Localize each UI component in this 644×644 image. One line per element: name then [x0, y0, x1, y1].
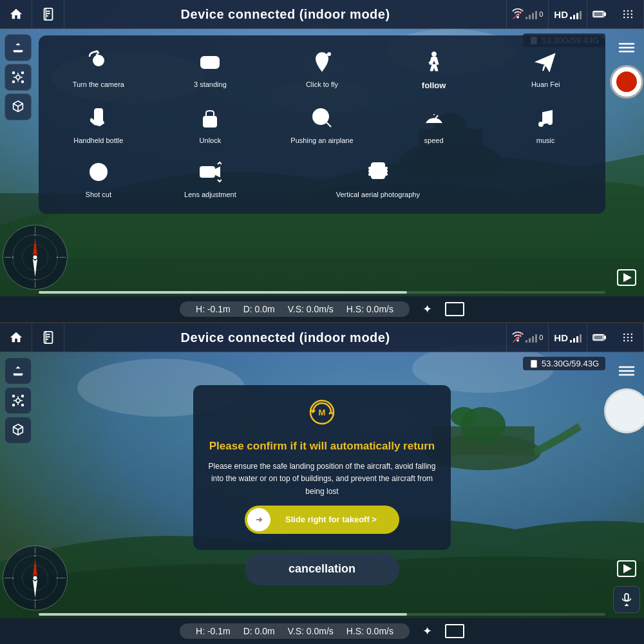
svg-point-34 [21, 72, 23, 74]
top-bar-bottom: Device connected (indoor mode) 0 HD [0, 323, 644, 352]
cube-button[interactable] [5, 93, 32, 120]
menu-button[interactable] [612, 0, 644, 29]
status-values: H: -0.1m D: 0.0m V.S: 0.0m/s H.S: 0.0m/s [180, 301, 410, 317]
slide-text: Slide right for takeoff > [270, 515, 397, 524]
play-button[interactable] [613, 264, 640, 291]
cancel-label: cancellation [289, 562, 355, 576]
flash-icon[interactable]: ✦ [422, 302, 432, 316]
svg-point-84 [548, 120, 552, 124]
height-value-bottom: H: -0.1m [196, 626, 231, 636]
frame-icon[interactable] [445, 302, 464, 316]
signal-value: 0 [539, 10, 543, 18]
menu-handheld-bottle[interactable]: Handheld bottle [45, 101, 152, 150]
menu-click-to-fly[interactable]: Click to fly [269, 45, 375, 96]
svg-rect-106 [604, 336, 605, 339]
svg-point-104 [517, 339, 518, 341]
standing-label: 3 standing [194, 80, 227, 89]
cancel-button[interactable]: cancellation [245, 553, 399, 585]
svg-point-18 [623, 10, 625, 12]
home-button-bottom[interactable] [0, 323, 32, 352]
turn-camera-label: Turn the camera [73, 80, 124, 89]
progress-bar-top [39, 291, 605, 294]
hand-bottle-icon [87, 106, 110, 133]
bottom-status-bar-top: H: -0.1m D: 0.0m V.S: 0.0m/s H.S: 0.0m/s… [0, 296, 644, 322]
frame-icon-bottom[interactable] [445, 624, 464, 638]
lens-adjustment-label: Lens adjustment [184, 191, 236, 199]
hd-status: HD [548, 0, 587, 29]
menu-follow[interactable]: follow [381, 45, 488, 96]
app-title-bottom: Device connected (indoor mode) [64, 330, 506, 345]
shot-cut-label: Shot cut [86, 191, 111, 199]
device-button-bottom[interactable] [32, 323, 64, 352]
menu-shot-cut[interactable]: Shot cut [45, 155, 152, 204]
bottom-status-bar-bottom: H: -0.1m D: 0.0m V.S: 0.0m/s H.S: 0.0m/s… [0, 618, 644, 644]
vertical-speed-value-bottom: V.S: 0.0m/s [288, 626, 334, 636]
svg-point-114 [630, 334, 632, 336]
music-note-icon [534, 106, 557, 133]
padlock-icon [198, 106, 222, 133]
menu-button-bottom[interactable] [612, 323, 644, 352]
svg-point-73 [209, 120, 212, 123]
svg-point-24 [630, 10, 632, 12]
flash-icon-bottom[interactable]: ✦ [422, 624, 432, 638]
wifi-status: 0 [506, 0, 548, 29]
svg-point-20 [623, 17, 625, 19]
menu-pushing-airplane[interactable]: Pushing an airplane [269, 101, 375, 150]
menu-huan-fei[interactable]: Huan Fei [492, 45, 599, 96]
menu-speed[interactable]: speed [381, 101, 488, 150]
menu-lens-adjustment[interactable]: Lens adjustment [157, 155, 264, 204]
signal-value-bottom: 0 [539, 334, 543, 341]
camera-rotate-icon [87, 50, 110, 77]
menu-vertical-aerial[interactable]: Vertical aerial photography [269, 155, 487, 204]
svg-rect-70 [95, 109, 102, 122]
device-button[interactable] [32, 0, 64, 29]
right-sidebar [609, 29, 644, 296]
dialog-body: Please ensure the safe landing position … [206, 460, 438, 498]
svg-point-23 [627, 17, 629, 19]
battery-status-bottom [587, 323, 612, 352]
status-values-bottom: H: -0.1m D: 0.0m V.S: 0.0m/s H.S: 0.0m/s [180, 623, 410, 639]
svg-point-25 [630, 14, 632, 15]
hd-label: HD [554, 9, 568, 20]
svg-point-19 [623, 14, 625, 15]
svg-point-62 [204, 60, 209, 65]
menu-turn-camera[interactable]: Turn the camera [45, 45, 152, 96]
svg-point-112 [627, 337, 629, 339]
home-button[interactable] [0, 0, 32, 29]
upload-button[interactable] [5, 34, 32, 61]
svg-point-22 [627, 14, 629, 15]
slide-to-takeoff-button[interactable]: Slide right for takeoff > [245, 506, 399, 534]
horizontal-speed-value-bottom: H.S: 0.0m/s [346, 626, 393, 636]
menu-music[interactable]: music [492, 101, 599, 150]
svg-point-33 [12, 72, 14, 74]
svg-point-116 [630, 340, 632, 342]
huan-fei-label: Huan Fei [531, 80, 560, 89]
unlock-label: Unlock [200, 137, 222, 145]
hamburger-button[interactable] [613, 34, 640, 61]
svg-point-110 [623, 340, 625, 342]
menu-overlay: Turn the camera 3 standing [39, 35, 605, 214]
svg-line-75 [327, 122, 331, 127]
location-pin-icon [310, 50, 334, 77]
svg-line-38 [18, 104, 23, 106]
svg-point-28 [16, 75, 20, 79]
svg-marker-58 [623, 273, 632, 282]
svg-rect-16 [604, 13, 605, 16]
svg-point-63 [211, 60, 216, 65]
svg-point-36 [21, 81, 23, 83]
wifi-status-bottom: 0 [506, 323, 548, 352]
paper-plane-icon [534, 50, 557, 77]
svg-point-65 [319, 56, 325, 61]
record-button[interactable] [610, 65, 643, 99]
svg-point-108 [623, 334, 625, 336]
drone-button[interactable] [5, 64, 32, 91]
svg-point-60 [96, 58, 101, 63]
top-bar: Device connected (indoor mode) 0 HD [0, 0, 644, 29]
music-label: music [536, 137, 555, 145]
menu-unlock[interactable]: Unlock [157, 101, 264, 150]
magnify-gauge-icon [310, 106, 334, 133]
menu-standing[interactable]: 3 standing [157, 45, 264, 96]
dialog-overlay: M Please confirm if it will automaticall… [0, 352, 644, 618]
svg-point-67 [431, 52, 436, 57]
bottom-screen: Device connected (indoor mode) 0 HD [0, 322, 644, 644]
